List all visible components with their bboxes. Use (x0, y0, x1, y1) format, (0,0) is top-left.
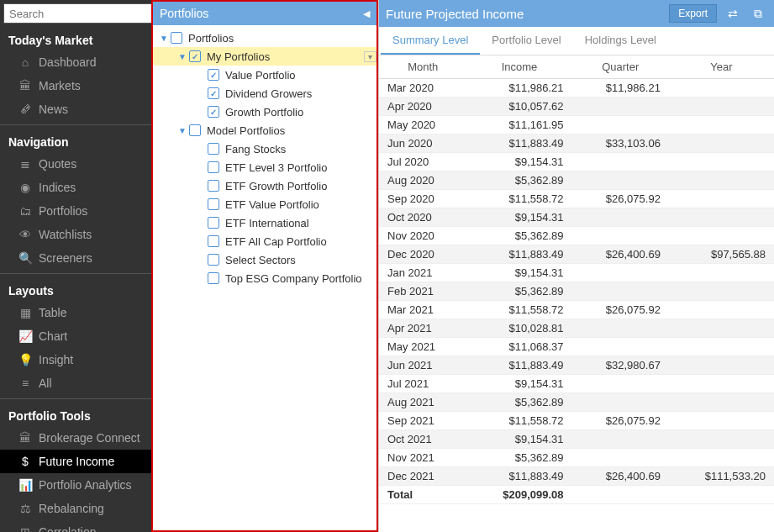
tree-node-etf-growth-portfolio[interactable]: ETF Growth Portfolio (153, 176, 376, 195)
export-button[interactable]: Export (669, 4, 717, 23)
total-row: Total$209,099.08 (379, 486, 774, 504)
tree-node-dividend-growers[interactable]: Dividend Growers (153, 84, 376, 103)
nav-item-news[interactable]: 🗞News (0, 97, 151, 121)
nav-item-brokerage-connect[interactable]: 🏛Brokerage Connect (0, 426, 151, 450)
cell-income: $10,057.62 (466, 97, 571, 116)
tree-node-etf-international[interactable]: ETF International (153, 213, 376, 232)
table-row: Jul 2021$9,154.31 (379, 375, 774, 393)
tree-node-my-portfolios[interactable]: ▼My Portfolios▾ (153, 47, 376, 66)
cell-quarter: $32,980.67 (572, 356, 669, 375)
checkbox[interactable] (208, 180, 219, 192)
tree-node-etf-value-portfolio[interactable]: ETF Value Portfolio (153, 195, 376, 213)
rebalancing-icon: ⚖ (18, 502, 32, 515)
nav-item-portfolio-analytics[interactable]: 📊Portfolio Analytics (0, 473, 151, 497)
checkbox[interactable] (171, 32, 182, 44)
tree-node-top-esg-company-portfolio[interactable]: Top ESG Company Portfolio (153, 269, 376, 287)
checkbox[interactable] (208, 143, 219, 155)
tree-label: ETF All Cap Portfolio (225, 235, 376, 248)
checkbox[interactable] (208, 198, 219, 210)
checkbox[interactable] (208, 254, 219, 266)
nav-item-rebalancing[interactable]: ⚖Rebalancing (0, 497, 151, 520)
cell-quarter (572, 208, 669, 227)
checkbox[interactable] (208, 106, 219, 118)
cell-month: Sep 2020 (379, 190, 466, 208)
checkbox[interactable] (208, 69, 219, 81)
nav-label: Insight (39, 353, 73, 366)
cell-quarter: $33,103.06 (572, 134, 669, 153)
tab-holdings-level[interactable]: Holdings Level (573, 27, 668, 55)
tree-node-etf-all-cap-portfolio[interactable]: ETF All Cap Portfolio (153, 232, 376, 250)
tree-node-portfolios[interactable]: ▼Portfolios (153, 29, 376, 47)
tree-node-etf-level-3-portfolio[interactable]: ETF Level 3 Portfolio (153, 158, 376, 176)
expand-icon[interactable]: ▼ (160, 34, 168, 43)
cell-income: $209,099.08 (466, 486, 571, 504)
cell-month: Feb 2021 (379, 282, 466, 301)
nav-item-dashboard[interactable]: ⌂Dashboard (0, 50, 151, 74)
section-header: Layouts (0, 277, 151, 301)
portfolios-icon: 🗂 (18, 204, 32, 218)
checkbox[interactable] (208, 235, 219, 247)
popout-icon[interactable]: ⧉ (749, 5, 767, 22)
col-income[interactable]: Income (466, 55, 571, 79)
tab-summary-level[interactable]: Summary Level (381, 27, 480, 55)
nav-item-insight[interactable]: 💡Insight (0, 348, 151, 371)
tree-node-select-sectors[interactable]: Select Sectors (153, 250, 376, 269)
tree-label: ETF Value Portfolio (225, 198, 376, 211)
nav-label: Indices (39, 181, 76, 194)
tree-label: ETF Level 3 Portfolio (225, 161, 376, 174)
nav-label: Watchlists (39, 228, 92, 241)
nav-item-portfolios[interactable]: 🗂Portfolios (0, 199, 151, 223)
cell-year (669, 134, 774, 153)
dashboard-icon: ⌂ (18, 55, 32, 69)
section-header: Portfolio Tools (0, 403, 151, 426)
checkbox[interactable] (189, 124, 201, 136)
dropdown-icon[interactable]: ▾ (364, 51, 376, 62)
tab-portfolio-level[interactable]: Portfolio Level (480, 27, 572, 55)
checkbox[interactable] (208, 161, 219, 173)
nav-item-future-income[interactable]: $Future Income (0, 450, 151, 473)
nav-item-markets[interactable]: 🏛Markets (0, 74, 151, 97)
swap-icon[interactable]: ⇄ (724, 5, 742, 22)
nav-item-chart[interactable]: 📈Chart (0, 324, 151, 348)
collapse-tree-icon[interactable]: ◀ (363, 8, 370, 19)
tree-node-fang-stocks[interactable]: Fang Stocks (153, 140, 376, 158)
cell-month: Dec 2021 (379, 467, 466, 486)
tree-label: ETF Growth Portfolio (225, 180, 376, 192)
cell-income: $11,883.49 (466, 134, 571, 153)
expand-icon[interactable]: ▼ (178, 52, 187, 61)
checkbox[interactable] (189, 50, 201, 62)
nav-item-indices[interactable]: ◉Indices (0, 176, 151, 199)
nav-item-correlation[interactable]: ⊞Correlation (0, 520, 151, 532)
nav-item-screeners[interactable]: 🔍Screeners (0, 246, 151, 270)
expand-icon[interactable]: ▼ (178, 126, 187, 135)
cell-income: $5,362.89 (466, 449, 571, 467)
cell-quarter (572, 430, 669, 449)
cell-income: $10,028.81 (466, 319, 571, 338)
nav-item-all[interactable]: ≡All (0, 371, 151, 395)
checkbox[interactable] (208, 87, 219, 99)
tree-node-model-portfolios[interactable]: ▼Model Portfolios (153, 121, 376, 140)
nav-label: All (39, 377, 52, 390)
col-year[interactable]: Year (669, 55, 774, 79)
checkbox[interactable] (208, 217, 219, 229)
search-input[interactable] (3, 3, 156, 24)
nav-item-table[interactable]: ▦Table (0, 301, 151, 324)
nav-label: Brokerage Connect (39, 431, 140, 445)
table-row: May 2020$11,161.95 (379, 116, 774, 134)
tree-label: Model Portfolios (207, 124, 376, 137)
section-header: Navigation (0, 129, 151, 152)
tree-node-growth-portfolio[interactable]: Growth Portfolio (153, 103, 376, 121)
tree-node-value-portfolio[interactable]: Value Portfolio (153, 66, 376, 84)
table-row: Jun 2021$11,883.49$32,980.67 (379, 356, 774, 375)
cell-month: Nov 2021 (379, 449, 466, 467)
table-row: Dec 2020$11,883.49$26,400.69$97,565.88 (379, 245, 774, 264)
nav-item-watchlists[interactable]: 👁Watchlists (0, 223, 151, 246)
table-row: Sep 2020$11,558.72$26,075.92 (379, 190, 774, 208)
checkbox[interactable] (208, 272, 219, 284)
col-quarter[interactable]: Quarter (572, 55, 669, 79)
income-table: MonthIncomeQuarterYear Mar 2020$11,986.2… (379, 55, 774, 504)
nav-item-quotes[interactable]: ≣Quotes (0, 152, 151, 176)
cell-income: $11,161.95 (466, 116, 571, 134)
cell-quarter (572, 319, 669, 338)
col-month[interactable]: Month (379, 55, 466, 79)
